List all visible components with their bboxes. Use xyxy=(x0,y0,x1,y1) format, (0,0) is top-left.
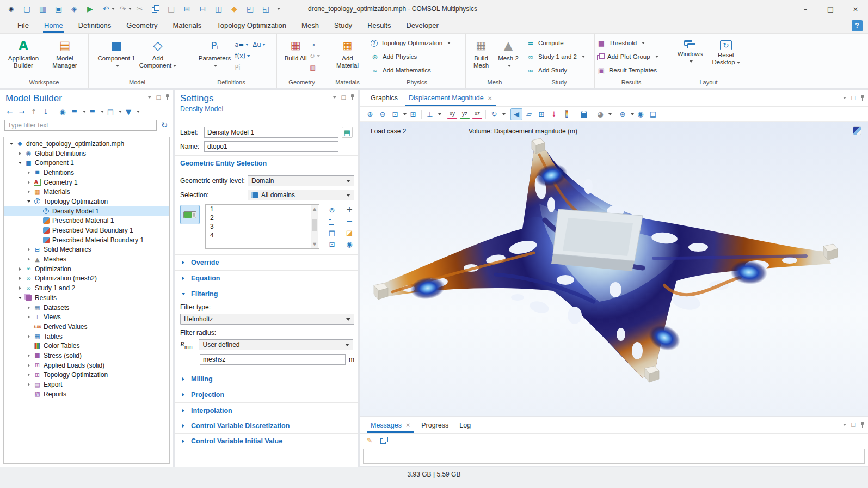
zoom-extents-button[interactable]: ⊞ xyxy=(407,108,419,120)
filter-dropdown[interactable] xyxy=(137,111,140,113)
tree-item-topology-optimization[interactable]: ?Topology Optimization xyxy=(4,197,169,206)
tree-item-results[interactable]: Results xyxy=(4,293,169,303)
help-button[interactable]: ? xyxy=(852,20,863,31)
appearance-button[interactable]: ◕ xyxy=(594,108,606,120)
zoom-box-dropdown[interactable] xyxy=(403,113,407,115)
clear-messages-button[interactable]: ✎ xyxy=(364,435,375,446)
scroll-down-icon[interactable]: ▼ xyxy=(313,241,316,248)
panel-pin-icon[interactable] xyxy=(166,94,169,100)
label-field-input[interactable] xyxy=(204,127,338,138)
menu-definitions[interactable]: Definitions xyxy=(71,17,119,33)
tree-item-export[interactable]: ▤Export xyxy=(4,380,169,389)
section-override[interactable]: Override xyxy=(175,254,358,270)
panel-float-icon[interactable]: □ xyxy=(851,422,856,428)
mesh-2-button[interactable]: ▲ Mesh 2 xyxy=(496,36,521,69)
highlight-button[interactable]: ◆ xyxy=(226,2,242,16)
tree-item-geometry-1[interactable]: AGeometry 1 xyxy=(4,178,169,187)
add-to-selection-button[interactable]: + xyxy=(343,204,355,215)
tree-item-derived-values[interactable]: 8.85Derived Values xyxy=(4,322,169,332)
add-material-button[interactable]: ▦ Add Material xyxy=(331,36,365,69)
save-button[interactable]: ▣ xyxy=(51,2,66,16)
model-manager-button[interactable]: ▤ Model Manager xyxy=(45,36,84,69)
snapshot-button[interactable]: ◉ xyxy=(635,108,647,120)
topology-optimization-button[interactable]: ? Topology Optimization xyxy=(368,38,465,48)
entity-level-combo[interactable]: Domain xyxy=(248,175,354,186)
move-down-button[interactable]: ↓ xyxy=(40,106,51,117)
nonlocal-couplings-button[interactable]: Δu xyxy=(253,40,266,49)
parameter-case-button[interactable]: Pi xyxy=(235,63,251,72)
tree-item-global-definitions[interactable]: ◉Global Definitions xyxy=(4,149,169,158)
add-plot-group-button[interactable]: Add Plot Group xyxy=(595,52,668,62)
selection-list-scrollbar[interactable]: ▲ ▼ xyxy=(311,205,318,248)
rotate-button[interactable]: ↻ xyxy=(488,108,500,120)
section-milling[interactable]: Milling xyxy=(175,371,358,386)
rebuild-button[interactable]: ↻ xyxy=(310,52,320,60)
legend-popout-icon[interactable] xyxy=(853,126,861,135)
tree-item-materials[interactable]: ▦Materials xyxy=(4,187,169,197)
panel-float-icon[interactable]: □ xyxy=(341,94,346,100)
panel-pin-icon[interactable] xyxy=(351,94,354,100)
scroll-up-icon[interactable]: ▲ xyxy=(313,205,316,212)
menu-geometry[interactable]: Geometry xyxy=(119,17,165,33)
tab-log[interactable]: Log xyxy=(454,417,476,433)
tree-item-study-1-and-2[interactable]: ∞Study 1 and 2 xyxy=(4,283,169,293)
application-builder-button[interactable]: A Application Builder xyxy=(4,36,43,69)
close-button[interactable]: × xyxy=(843,0,868,17)
compute-button[interactable]: = Compute xyxy=(524,38,594,48)
menu-mesh[interactable]: Mesh xyxy=(294,17,327,33)
messages-output[interactable] xyxy=(363,449,865,464)
clear-selection-button[interactable]: ◪ xyxy=(343,227,355,238)
view-xy-button[interactable]: xy xyxy=(447,109,457,119)
rotate-dropdown[interactable] xyxy=(502,113,506,115)
close-tab-icon[interactable]: × xyxy=(405,422,410,429)
model-tree-filter-button[interactable]: ▼ xyxy=(123,106,134,117)
copy-button[interactable] xyxy=(147,2,163,16)
select-button[interactable]: ◫ xyxy=(211,2,226,16)
close-tab-icon[interactable]: × xyxy=(488,95,493,102)
filter-type-combo[interactable]: Helmholtz xyxy=(180,314,354,325)
filter-radius-input[interactable] xyxy=(200,354,346,365)
selection-list-item[interactable]: 1 xyxy=(206,205,319,213)
build-all-button[interactable]: ▦ Build All xyxy=(284,36,307,62)
tab-messages[interactable]: Messages × xyxy=(365,417,416,433)
name-field-input[interactable] xyxy=(204,141,338,152)
show-grid-button[interactable]: ⊞ xyxy=(535,108,547,120)
insert-sequence-button[interactable]: ⇥ xyxy=(310,40,320,49)
tree-item-stress-solid[interactable]: ■Stress (solid) xyxy=(4,351,169,361)
delete-button[interactable]: ⊟ xyxy=(195,2,211,16)
study-1-and-2-button[interactable]: ∞ Study 1 and 2 xyxy=(524,52,594,62)
copy-selection-button[interactable] xyxy=(326,216,338,227)
tree-item-definitions[interactable]: ≡Definitions xyxy=(4,168,169,178)
zoom-out-button[interactable]: ⊖ xyxy=(377,108,389,120)
environment-button[interactable]: ⊛ xyxy=(617,108,629,120)
tree-item-applied-loads-solid[interactable]: ⊞Applied Loads (solid) xyxy=(4,361,169,370)
section-interpolation[interactable]: Interpolation xyxy=(175,402,358,418)
node-text-button[interactable]: ▤ xyxy=(105,106,116,117)
panel-pin-icon[interactable] xyxy=(861,422,864,428)
windows-button[interactable]: Windows xyxy=(674,36,706,65)
maximize-button[interactable]: □ xyxy=(818,0,843,17)
menu-home[interactable]: Home xyxy=(36,17,71,33)
threshold-button[interactable]: ■ Threshold xyxy=(595,38,668,48)
virtual-operations-button[interactable]: ▥ xyxy=(310,63,320,72)
functions-button[interactable]: f(x) xyxy=(235,52,251,60)
menu-file[interactable]: File xyxy=(10,17,36,33)
tree-filter-input[interactable] xyxy=(4,120,157,131)
show-material-color-button[interactable]: ↓ xyxy=(548,108,560,120)
add-study-button[interactable]: ∞ Add Study xyxy=(524,65,594,75)
go-to-view-dropdown[interactable] xyxy=(438,113,441,115)
menu-study[interactable]: Study xyxy=(327,17,360,33)
environment-dropdown[interactable] xyxy=(631,113,634,115)
new-file-button[interactable]: ▢ xyxy=(19,2,35,16)
tree-item-component-1[interactable]: ■Component 1 xyxy=(4,158,169,168)
menu-materials[interactable]: Materials xyxy=(165,17,209,33)
tree-item-reports[interactable]: ▧Reports xyxy=(4,389,169,399)
tree-item-color-tables[interactable]: Color Tables xyxy=(4,341,169,351)
go-to-view-button[interactable]: ⊥ xyxy=(424,108,436,120)
color-legend-button[interactable] xyxy=(561,108,572,120)
save-find-button[interactable]: ◈ xyxy=(66,2,82,16)
open-file-button[interactable]: ▥ xyxy=(35,2,51,16)
run-button[interactable]: ▶ xyxy=(82,2,98,16)
selection-list-item[interactable]: 4 xyxy=(206,231,319,240)
panel-menu-icon[interactable] xyxy=(333,96,336,99)
